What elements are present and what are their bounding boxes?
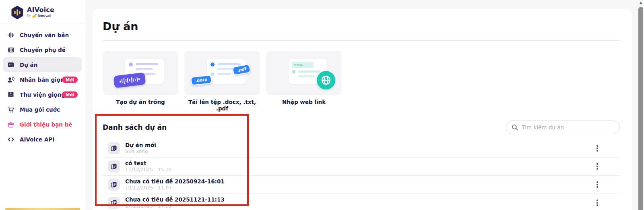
sidebar-item-label: Chuyển phụ đề: [20, 47, 66, 53]
search-icon: [512, 124, 518, 131]
waveform-pill-icon: [113, 72, 146, 88]
new-badge: Mới: [62, 76, 78, 83]
row-menu-button[interactable]: [592, 179, 602, 190]
project-list-header: Danh sách dự án: [103, 121, 620, 134]
project-icon: [7, 61, 14, 69]
document-stack-icon: [108, 142, 120, 154]
web-link-label: Nhập web link: [266, 99, 342, 105]
brand-name: AIVoice: [27, 7, 54, 13]
cart-icon: [7, 106, 14, 113]
project-title: có text: [125, 160, 172, 166]
row-menu-button[interactable]: [592, 143, 602, 154]
sidebar-item-label: Mua gói cước: [20, 106, 60, 113]
sidebar-nav: Chuyển văn bản Chuyển phụ đề: [0, 23, 85, 147]
project-timestamp: Vừa xong: [125, 149, 156, 155]
sidebar-item-voice-library[interactable]: Thư viện giọng Mới: [3, 87, 82, 102]
sidebar-item-label: Thư viện giọng: [20, 91, 65, 98]
brand-byline-suffix: bee.ai: [38, 14, 51, 18]
scrollbar-thumb[interactable]: [638, 7, 643, 210]
brand-logo[interactable]: AIVoice by bee.ai: [0, 0, 85, 23]
project-title: Dự án mới: [125, 142, 156, 148]
sidebar-item-text-to-speech[interactable]: Chuyển văn bản: [3, 27, 82, 42]
sidebar-item-projects[interactable]: Dự án: [3, 57, 82, 72]
upload-file-label: Tải lên tệp .docx, .txt, .pdf: [184, 99, 260, 112]
sidebar-item-label: Nhân bản giọng: [20, 77, 68, 83]
create-project-card[interactable]: Tạo dự án trống: [103, 51, 178, 112]
sidebar-item-pricing[interactable]: Mua gói cước: [3, 102, 82, 117]
page-title: Dự án: [103, 20, 620, 33]
web-link-illustration: www.: [266, 51, 342, 95]
waveform-icon: [7, 31, 14, 39]
document-stack-icon: [108, 160, 120, 173]
www-label: www.: [292, 62, 314, 68]
scrollbar[interactable]: ▲: [638, 0, 644, 210]
document-stack-icon: [108, 197, 120, 209]
code-icon: [7, 136, 14, 143]
create-project-label: Tạo dự án trống: [103, 99, 178, 105]
sidebar-item-api[interactable]: AIVoice API: [3, 132, 82, 147]
project-list: Dự án mới Vừa xong có text 11/12/2025 - …: [103, 139, 620, 210]
sidebar: AIVoice by bee.ai Chuyển văn bản: [0, 0, 85, 210]
docx-badge: .docx: [190, 75, 212, 85]
project-timestamp: 10/12/2025 - 11:07: [125, 185, 225, 191]
create-project-illustration: [103, 51, 178, 95]
action-cards: Tạo dự án trống .docx .pdf Tải lên tệp .…: [103, 51, 620, 112]
globe-icon: [317, 71, 335, 89]
search-input[interactable]: [522, 124, 614, 131]
sidebar-item-subtitles[interactable]: Chuyển phụ đề: [3, 42, 82, 57]
project-title: Chưa có tiêu đề 20250924-16:01: [125, 178, 225, 185]
filmstrip-icon: [7, 46, 14, 54]
sidebar-item-voice-clone[interactable]: Nhân bản giọng Mới: [3, 72, 82, 87]
aivoice-logo-icon: [10, 5, 24, 20]
voice-clone-icon: [7, 76, 14, 83]
upload-file-illustration: .docx .pdf: [184, 51, 260, 95]
project-row[interactable]: Dự án mới Vừa xong: [103, 139, 620, 158]
document-stack-icon: [108, 179, 120, 191]
project-row[interactable]: Chưa có tiêu đề 20251121-11:13 27/11/202…: [103, 194, 620, 210]
sidebar-item-label: AIVoice API: [20, 136, 54, 143]
main-content: Dự án Tạo dự án trống: [93, 9, 632, 210]
brand-byline-prefix: by: [27, 14, 31, 17]
project-timestamp: 27/11/2025 - 17:39: [125, 203, 225, 209]
sidebar-item-label: Dự án: [20, 62, 37, 68]
search-box[interactable]: [506, 121, 620, 134]
title-divider: [103, 40, 620, 41]
scroll-up-arrow-icon[interactable]: ▲: [638, 1, 644, 4]
project-row[interactable]: có text 11/12/2025 - 15:35: [103, 158, 620, 176]
voice-library-icon: [7, 91, 14, 98]
sidebar-item-label: Chuyển văn bản: [20, 32, 69, 38]
sidebar-item-label: Giới thiệu bạn bè: [20, 121, 72, 128]
web-link-card[interactable]: www. Nhập web link: [266, 51, 342, 112]
upload-file-card[interactable]: .docx .pdf Tải lên tệp .docx, .txt, .pdf: [184, 51, 260, 112]
row-menu-button[interactable]: [592, 161, 602, 172]
promo-banner-edge: [5, 208, 80, 210]
project-title: Chưa có tiêu đề 20251121-11:13: [125, 196, 225, 203]
row-menu-button[interactable]: [592, 197, 602, 208]
gift-icon: [7, 121, 14, 128]
bee-icon: [32, 14, 37, 18]
project-timestamp: 11/12/2025 - 15:35: [125, 167, 172, 173]
project-list-heading: Danh sách dự án: [103, 123, 167, 131]
sidebar-item-referral[interactable]: Giới thiệu bạn bè: [3, 117, 82, 132]
project-row[interactable]: Chưa có tiêu đề 20250924-16:01 10/12/202…: [103, 176, 620, 194]
new-badge: Mới: [62, 91, 78, 98]
